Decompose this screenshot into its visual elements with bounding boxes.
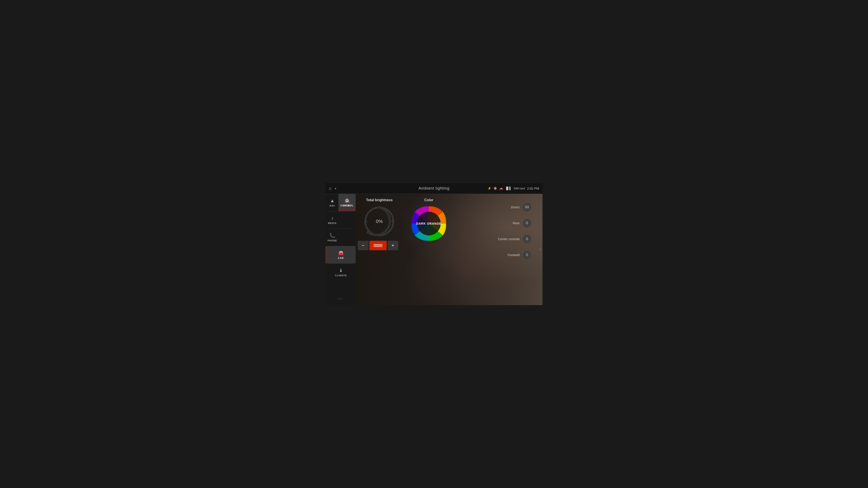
zone-rear: Rear 0 bbox=[496, 218, 532, 228]
color-wheel[interactable]: DARK ORANGE bbox=[409, 204, 448, 243]
mute-icon: 🔇 bbox=[493, 187, 497, 190]
car-icon: 🚘 bbox=[338, 250, 344, 256]
zone-footwell: Footwell 0 bbox=[496, 250, 532, 260]
zone-center-console: Center console 0 bbox=[496, 234, 532, 244]
screen-container: ⌂ ‹ Ambient lighting ⚡ 🔇 🚗 ▐▌▌ SIM card … bbox=[326, 183, 542, 305]
sidebar-phone-label: PHONE bbox=[328, 239, 337, 242]
center-console-value[interactable]: 0 bbox=[522, 234, 532, 244]
zone-panel: Doors 50 Rear 0 Center console 0 Footwel… bbox=[496, 202, 532, 260]
speed-icon: ⚡ bbox=[488, 187, 491, 190]
brightness-knob[interactable]: 0% bbox=[362, 204, 397, 239]
footwell-label: Footwell bbox=[496, 253, 520, 257]
trip-icon: ⊙ bbox=[345, 198, 349, 203]
grid-icon: ⋯ bbox=[338, 296, 343, 301]
brightness-increment-button[interactable]: + bbox=[388, 241, 398, 250]
brightness-value: 0% bbox=[376, 219, 383, 224]
sidebar-nav-label: NAV bbox=[330, 204, 335, 207]
brightness-decrement-button[interactable]: − bbox=[358, 241, 369, 250]
next-page-button[interactable]: › bbox=[539, 247, 541, 252]
sidebar: ▲ NAV 🚗 DRIVE ♪ MEDIA ⚙ CONTROL 📞 bbox=[326, 194, 355, 305]
sidebar-item-trip[interactable]: ⊙ TRIP bbox=[338, 194, 355, 211]
status-bar: ⌂ ‹ Ambient lighting ⚡ 🔇 🚗 ▐▌▌ SIM card … bbox=[326, 183, 542, 194]
home-icon[interactable]: ⌂ bbox=[329, 186, 332, 191]
svg-rect-5 bbox=[374, 247, 382, 247]
sidebar-item-car[interactable]: 🚘 CAR bbox=[326, 246, 355, 263]
car-connected-icon: 🚗 bbox=[499, 187, 503, 190]
doors-value[interactable]: 50 bbox=[522, 202, 532, 212]
brightness-section: Total brightness 0% bbox=[358, 198, 401, 239]
brightness-controls: − + bbox=[358, 241, 398, 250]
sidebar-item-media[interactable]: ♪ MEDIA bbox=[326, 211, 338, 228]
sim-card-label: SIM card bbox=[514, 187, 525, 190]
zone-doors: Doors 50 bbox=[496, 202, 532, 212]
footwell-value[interactable]: 0 bbox=[522, 250, 532, 260]
sidebar-item-climate[interactable]: 🌡 CLIMATE bbox=[326, 264, 355, 281]
rear-label: Rear bbox=[496, 221, 520, 225]
nav-icon: ▲ bbox=[330, 198, 335, 203]
sidebar-climate-label: CLIMATE bbox=[335, 274, 347, 277]
sidebar-item-phone[interactable]: 📞 PHONE bbox=[326, 229, 338, 246]
svg-rect-4 bbox=[374, 245, 382, 246]
page-title: Ambient lighting bbox=[418, 186, 450, 191]
clock: 2:02 PM bbox=[527, 187, 539, 190]
climate-icon: 🌡 bbox=[339, 268, 343, 273]
color-section: Color bbox=[405, 198, 453, 243]
doors-label: Doors bbox=[496, 205, 520, 209]
sidebar-trip-label: TRIP bbox=[344, 204, 350, 207]
sidebar-media-label: MEDIA bbox=[328, 222, 337, 224]
color-title: Color bbox=[405, 198, 453, 202]
center-console-label: Center console bbox=[496, 237, 520, 241]
ambient-light-icon bbox=[374, 243, 382, 248]
color-selected-label: DARK ORANGE bbox=[416, 222, 441, 225]
status-bar-right: ⚡ 🔇 🚗 ▐▌▌ SIM card 2:02 PM bbox=[488, 187, 539, 190]
sidebar-car-label: CAR bbox=[338, 257, 344, 259]
rear-value[interactable]: 0 bbox=[522, 218, 532, 228]
sidebar-grid-button[interactable]: ⋯ bbox=[326, 292, 355, 305]
back-button[interactable]: ‹ bbox=[335, 186, 336, 191]
sidebar-row-phone-trip: 📞 PHONE ⊙ TRIP bbox=[326, 229, 355, 246]
media-icon: ♪ bbox=[331, 216, 334, 221]
brightness-active-button[interactable] bbox=[369, 241, 386, 250]
svg-rect-3 bbox=[374, 244, 382, 245]
sidebar-item-nav[interactable]: ▲ NAV bbox=[326, 194, 338, 211]
main-content: Total brightness 0% − bbox=[355, 194, 542, 305]
status-bar-left: ⌂ ‹ bbox=[329, 186, 336, 191]
sidebar-row-media-control: ♪ MEDIA ⚙ CONTROL bbox=[326, 211, 355, 228]
phone-icon: 📞 bbox=[329, 233, 335, 238]
brightness-title: Total brightness bbox=[358, 198, 401, 202]
signal-bars-icon: ▐▌▌ bbox=[505, 187, 512, 190]
